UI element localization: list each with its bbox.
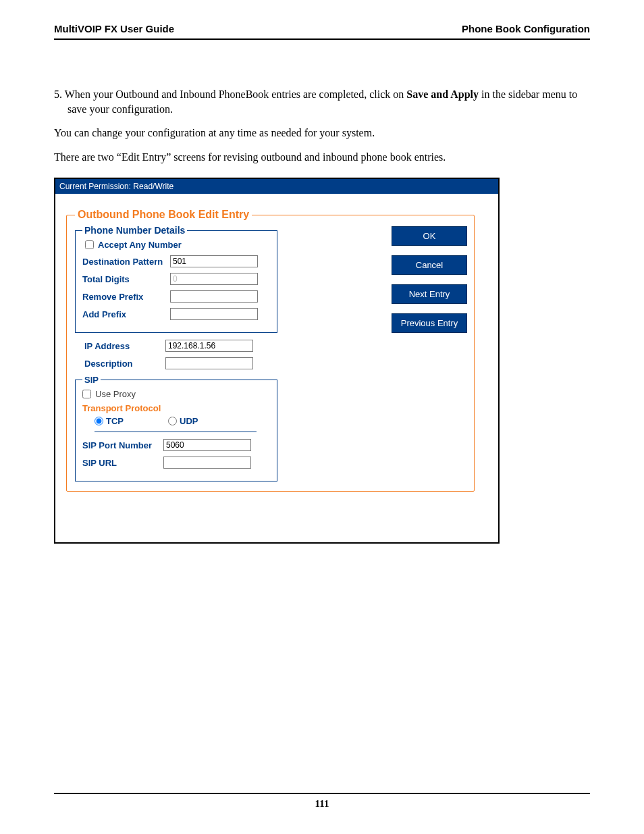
paragraph-3: There are two “Edit Entry” screens for r… xyxy=(54,150,590,165)
total-digits-input[interactable] xyxy=(170,273,258,285)
edit-entry-window: Current Permission: Read/Write Outbound … xyxy=(54,178,500,544)
ip-address-label: IP Address xyxy=(84,341,165,351)
remove-prefix-label: Remove Prefix xyxy=(82,292,170,302)
p1-bold: Save and Apply xyxy=(406,88,479,100)
p1-prefix: 5. When your Outbound and Inbound PhoneB… xyxy=(54,88,406,100)
sip-url-input[interactable] xyxy=(163,457,251,469)
previous-entry-button[interactable]: Previous Entry xyxy=(392,313,467,333)
add-prefix-input[interactable] xyxy=(170,308,258,320)
phone-number-details-fieldset: Phone Number Details Accept Any Number D… xyxy=(75,225,277,333)
paragraph-step5: 5. When your Outbound and Inbound PhoneB… xyxy=(54,87,590,116)
ok-button[interactable]: OK xyxy=(392,226,467,246)
next-entry-button[interactable]: Next Entry xyxy=(392,284,467,304)
ip-address-input[interactable] xyxy=(165,340,253,352)
destination-pattern-label: Destination Pattern xyxy=(82,257,170,267)
remove-prefix-input[interactable] xyxy=(170,290,258,303)
destination-pattern-input[interactable] xyxy=(170,255,258,267)
window-client-area: Outbound Phone Book Edit Entry Phone Num… xyxy=(55,194,498,542)
total-digits-label: Total Digits xyxy=(82,274,170,284)
add-prefix-label: Add Prefix xyxy=(82,309,170,319)
transport-protocol-radios: TCP UDP xyxy=(95,416,257,432)
accept-any-number-checkbox[interactable] xyxy=(85,240,94,249)
use-proxy-checkbox[interactable] xyxy=(82,390,91,398)
outbound-edit-legend: Outbound Phone Book Edit Entry xyxy=(75,209,252,221)
udp-radio[interactable] xyxy=(168,417,177,425)
tcp-label: TCP xyxy=(106,416,124,426)
page: MultiVOIP FX User Guide Phone Book Confi… xyxy=(0,0,644,834)
udp-label: UDP xyxy=(180,416,198,426)
tcp-radio[interactable] xyxy=(95,417,103,425)
sip-url-label: SIP URL xyxy=(82,458,163,468)
page-footer: 111 xyxy=(54,793,590,810)
phone-number-details-legend: Phone Number Details xyxy=(82,225,187,236)
sip-port-label: SIP Port Number xyxy=(82,440,163,450)
transport-protocol-label: Transport Protocol xyxy=(82,403,270,413)
description-label: Description xyxy=(84,359,165,369)
page-number: 111 xyxy=(315,798,329,809)
paragraph-2: You can change your configuration at any… xyxy=(54,126,590,140)
header-right: Phone Book Configuration xyxy=(462,23,590,34)
udp-option[interactable]: UDP xyxy=(168,416,198,426)
permission-bar: Current Permission: Read/Write xyxy=(55,179,498,194)
button-column: OK Cancel Next Entry Previous Entry xyxy=(392,226,467,333)
header-left: MultiVOIP FX User Guide xyxy=(54,23,174,34)
use-proxy-label: Use Proxy xyxy=(95,389,136,399)
sip-port-input[interactable] xyxy=(163,439,251,451)
description-input[interactable] xyxy=(165,357,253,369)
page-header: MultiVOIP FX User Guide Phone Book Confi… xyxy=(54,23,590,40)
sip-legend: SIP xyxy=(82,375,101,385)
cancel-button[interactable]: Cancel xyxy=(392,255,467,275)
sip-fieldset: SIP Use Proxy Transport Protocol TCP xyxy=(75,375,277,481)
body-text: 5. When your Outbound and Inbound PhoneB… xyxy=(54,87,590,164)
accept-any-number-label: Accept Any Number xyxy=(98,240,182,250)
tcp-option[interactable]: TCP xyxy=(95,416,124,426)
